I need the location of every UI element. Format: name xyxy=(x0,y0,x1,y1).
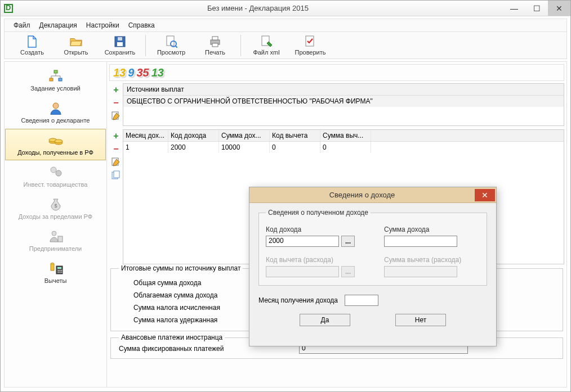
month-input[interactable] xyxy=(345,295,378,306)
income-grid-header: Месяц дох... Код дохода Сумма дох... Код… xyxy=(123,130,564,142)
sidebar-item-deductions[interactable]: Вычеты xyxy=(5,257,106,289)
svg-point-27 xyxy=(59,270,60,271)
xml-icon xyxy=(260,35,273,48)
month-row: Месяц получения дохода xyxy=(258,295,488,306)
sidebar-item-conditions[interactable]: Задание условий xyxy=(5,65,106,96)
save-button[interactable]: Сохранить xyxy=(98,33,142,57)
print-button[interactable]: Печать xyxy=(193,33,237,57)
source-row[interactable]: ОБЩЕСТВО С ОГРАНИЧЕННОЙ ОТВЕТСТВЕННОСТЬЮ… xyxy=(123,96,564,107)
tab-9[interactable]: 9 xyxy=(128,66,134,79)
month-label: Месяц получения дохода xyxy=(258,296,338,304)
preview-button[interactable]: Просмотр xyxy=(149,33,193,57)
window-title: Без имени - Декларация 2015 xyxy=(13,4,503,12)
deduct-sum-label: Сумма вычета (расхода) xyxy=(384,256,480,264)
menu-help[interactable]: Справка xyxy=(124,20,159,31)
money-bag-icon: $ xyxy=(48,197,64,211)
open-folder-icon xyxy=(70,35,82,48)
check-icon xyxy=(304,35,316,48)
svg-point-31 xyxy=(61,272,62,273)
sidebar-item-declarant[interactable]: Сведения о декларанте xyxy=(5,97,106,128)
yes-button[interactable]: Да xyxy=(300,314,350,326)
income-row[interactable]: 1 2000 10000 0 0 xyxy=(123,142,564,153)
minimize-button[interactable]: — xyxy=(503,1,525,16)
svg-rect-7 xyxy=(212,37,218,40)
deduct-code-input xyxy=(266,266,339,277)
svg-point-20 xyxy=(56,170,61,176)
sidebar-item-entrepreneur[interactable]: Предприниматели xyxy=(5,225,106,256)
xml-button[interactable]: Файл xml xyxy=(244,33,288,57)
new-file-icon xyxy=(26,35,38,48)
svg-rect-10 xyxy=(306,36,314,46)
remove-income-button[interactable]: − xyxy=(110,143,122,155)
deductions-icon xyxy=(48,261,64,276)
svg-rect-35 xyxy=(114,171,119,178)
sources-list: Источники выплат ОБЩЕСТВО С ОГРАНИЧЕННОЙ… xyxy=(123,83,564,126)
col-deduct-sum[interactable]: Сумма выч... xyxy=(320,130,371,141)
col-code[interactable]: Код дохода xyxy=(168,130,219,141)
sources-header[interactable]: Источники выплат xyxy=(123,84,564,96)
svg-rect-8 xyxy=(212,43,218,47)
svg-rect-12 xyxy=(50,78,53,81)
menubar: Файл Декларация Настройки Справка xyxy=(4,19,567,32)
sum-label: Сумма дохода xyxy=(384,226,480,233)
svg-point-29 xyxy=(57,272,59,273)
edit-source-button[interactable] xyxy=(110,110,122,121)
rate-tabs: 13 9 35 13 xyxy=(109,64,564,81)
person-icon xyxy=(48,101,64,115)
svg-rect-2 xyxy=(118,37,122,40)
menu-file[interactable]: Файл xyxy=(9,20,35,31)
dialog-close-button[interactable]: ✕ xyxy=(475,189,495,201)
sidebar: Задание условий Сведения о декларанте До… xyxy=(5,62,107,387)
tab-35[interactable]: 35 xyxy=(136,66,149,79)
col-month[interactable]: Месяц дох... xyxy=(123,130,168,141)
svg-rect-1 xyxy=(117,42,123,46)
sidebar-item-income-abroad[interactable]: $ Доходы за пределами РФ xyxy=(5,193,106,224)
deduct-code-field: Код вычета (расхода) ... xyxy=(266,256,362,277)
income-info-group: Сведения о полученном доходе Код дохода … xyxy=(258,209,487,286)
code-field: Код дохода 2000 ... xyxy=(266,226,362,247)
edit-income-button[interactable] xyxy=(110,156,122,168)
hierarchy-icon xyxy=(48,69,64,83)
svg-point-30 xyxy=(59,272,60,273)
svg-point-14 xyxy=(53,103,59,109)
titlebar: Без имени - Декларация 2015 — ☐ ✕ xyxy=(1,1,570,16)
sidebar-item-income-rf[interactable]: Доходы, полученные в РФ xyxy=(5,129,106,160)
col-sum[interactable]: Сумма дох... xyxy=(219,130,270,141)
no-button[interactable]: Нет xyxy=(395,314,446,326)
new-button[interactable]: Создать xyxy=(10,33,54,57)
check-button[interactable]: Проверить xyxy=(288,33,332,57)
sources-panel: + − Источники выплат ОБЩЕСТВО С ОГРАНИЧЕ… xyxy=(109,83,564,126)
add-income-button[interactable]: + xyxy=(110,130,122,142)
svg-line-5 xyxy=(175,46,177,48)
tab-13b[interactable]: 13 xyxy=(151,66,164,79)
svg-rect-13 xyxy=(59,78,62,81)
remove-source-button[interactable]: − xyxy=(110,97,122,109)
tab-13a[interactable]: 13 xyxy=(113,66,126,79)
window-controls: — ☐ ✕ xyxy=(503,1,570,16)
sources-tools: + − xyxy=(109,83,123,126)
menu-settings[interactable]: Настройки xyxy=(82,20,124,31)
code-lookup-button[interactable]: ... xyxy=(341,236,355,247)
svg-text:$: $ xyxy=(54,203,57,209)
svg-point-26 xyxy=(57,270,59,271)
svg-rect-11 xyxy=(54,70,57,73)
dialog-titlebar[interactable]: Сведения о доходе ✕ xyxy=(249,187,496,203)
maximize-button[interactable]: ☐ xyxy=(525,1,548,16)
copy-income-button[interactable] xyxy=(110,169,122,181)
code-input[interactable]: 2000 xyxy=(266,236,339,247)
svg-point-28 xyxy=(61,270,62,271)
dialog-title: Сведения о доходе xyxy=(249,191,475,199)
entrepreneur-icon xyxy=(48,229,64,244)
sum-input[interactable] xyxy=(384,236,457,247)
dialog-body: Сведения о полученном доходе Код дохода … xyxy=(249,203,496,332)
add-source-button[interactable]: + xyxy=(110,84,122,96)
col-deduct-code[interactable]: Код вычета xyxy=(270,130,320,141)
save-icon xyxy=(114,35,126,48)
svg-point-19 xyxy=(51,167,56,173)
close-button[interactable]: ✕ xyxy=(548,1,570,16)
sidebar-item-invest[interactable]: Инвест. товарищества xyxy=(5,161,106,192)
open-button[interactable]: Открыть xyxy=(54,33,98,57)
toolbar-separator xyxy=(240,35,241,56)
totals-legend: Итоговые суммы по источнику выплат xyxy=(119,264,243,272)
menu-declaration[interactable]: Декларация xyxy=(35,20,82,31)
